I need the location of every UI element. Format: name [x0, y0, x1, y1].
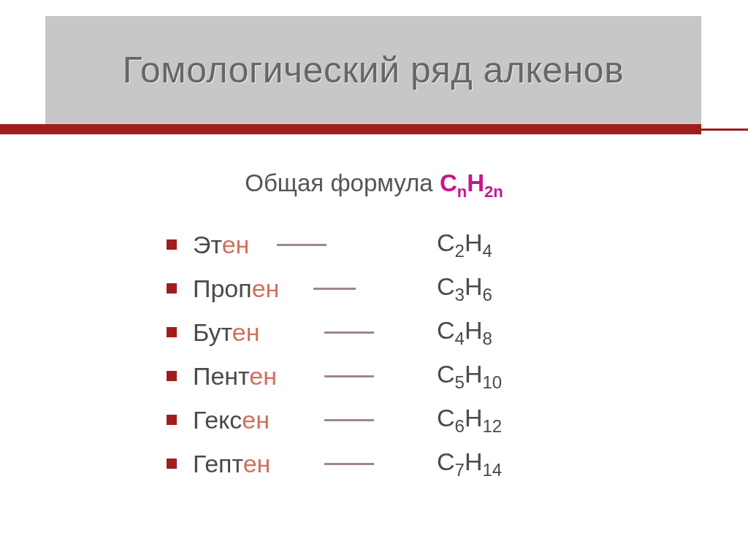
name-root: Пент	[193, 362, 249, 390]
name-suffix: ен	[222, 231, 250, 258]
name-suffix: ен	[242, 406, 270, 434]
f-h-sub: 14	[482, 459, 502, 479]
f-c: C	[437, 404, 455, 431]
list: ЭтенC2H4ПропенC3H6БутенC4H8ПентенC5H10Ге…	[167, 223, 634, 486]
f-h: H	[465, 229, 483, 256]
bullet-icon	[167, 415, 177, 425]
connector-line	[324, 419, 374, 421]
f-c: C	[437, 316, 455, 344]
name-suffix: ен	[232, 318, 260, 346]
f-c: C	[437, 448, 455, 475]
title-band: Гомологический ряд алкенов	[45, 16, 701, 124]
bullet-icon	[167, 459, 177, 469]
f-h-sub: 10	[482, 372, 502, 391]
list-item: ГептенC7H14	[167, 442, 634, 486]
gf-c-sub: n	[457, 183, 467, 201]
f-h-sub: 4	[482, 240, 492, 260]
f-h: H	[465, 316, 483, 344]
molecular-formula: C7H14	[437, 448, 502, 480]
bullet-icon	[167, 283, 177, 294]
connector-line	[324, 463, 374, 465]
f-h: H	[465, 360, 483, 388]
compound-name: Гексен	[193, 406, 339, 434]
f-h: H	[465, 448, 483, 475]
gf-h: H	[467, 169, 484, 196]
name-suffix: ен	[243, 450, 271, 477]
f-c: C	[437, 272, 455, 300]
bullet-icon	[167, 239, 177, 250]
f-h: H	[465, 404, 483, 431]
name-suffix: ен	[252, 275, 280, 302]
divider-bar	[0, 124, 748, 134]
divider-thin-wrap	[701, 124, 748, 134]
slide: Гомологический ряд алкенов Общая формула…	[0, 0, 748, 560]
name-root: Гекс	[193, 406, 242, 434]
compound-name: Гептен	[193, 450, 339, 478]
slide-title: Гомологический ряд алкенов	[123, 49, 624, 91]
f-h-sub: 8	[482, 328, 492, 348]
f-c: C	[437, 229, 455, 256]
molecular-formula: C5H10	[437, 360, 502, 393]
f-c-sub: 4	[455, 328, 465, 348]
bullet-icon	[167, 327, 177, 337]
f-h: H	[465, 272, 483, 300]
f-c: C	[437, 360, 455, 388]
list-item: ГексенC6H12	[167, 398, 634, 442]
bullet-icon	[167, 371, 177, 381]
divider-thick	[0, 124, 701, 134]
name-root: Проп	[193, 275, 252, 302]
molecular-formula: C6H12	[437, 404, 502, 437]
subtitle-prefix: Общая формула	[245, 169, 440, 196]
gf-c: C	[440, 169, 457, 196]
connector-line	[324, 375, 374, 377]
f-c-sub: 3	[455, 284, 465, 304]
f-c-sub: 5	[455, 372, 465, 391]
subtitle: Общая формула CnH2n	[0, 169, 748, 202]
name-root: Бут	[193, 318, 232, 346]
list-item: ЭтенC2H4	[167, 223, 634, 266]
f-c-sub: 7	[455, 459, 465, 479]
list-item: БутенC4H8	[167, 310, 634, 354]
gf-h-sub: 2n	[484, 183, 503, 201]
list-item: ПропенC3H6	[167, 266, 634, 310]
f-h-sub: 12	[482, 415, 502, 435]
molecular-formula: C3H6	[437, 272, 492, 305]
f-h-sub: 6	[482, 284, 492, 304]
molecular-formula: C2H4	[437, 229, 492, 261]
f-c-sub: 2	[455, 240, 465, 260]
f-c-sub: 6	[455, 415, 465, 435]
molecular-formula: C4H8	[437, 316, 492, 349]
name-root: Эт	[193, 231, 222, 258]
connector-line	[313, 288, 356, 290]
name-suffix: ен	[249, 362, 277, 390]
general-formula: CnH2n	[440, 169, 503, 196]
name-root: Гепт	[193, 450, 243, 477]
connector-line	[277, 244, 327, 246]
divider-thin	[701, 129, 748, 131]
connector-line	[324, 331, 374, 334]
list-item: ПентенC5H10	[167, 354, 634, 398]
compound-name: Бутен	[193, 318, 339, 347]
compound-name: Пентен	[193, 362, 339, 391]
